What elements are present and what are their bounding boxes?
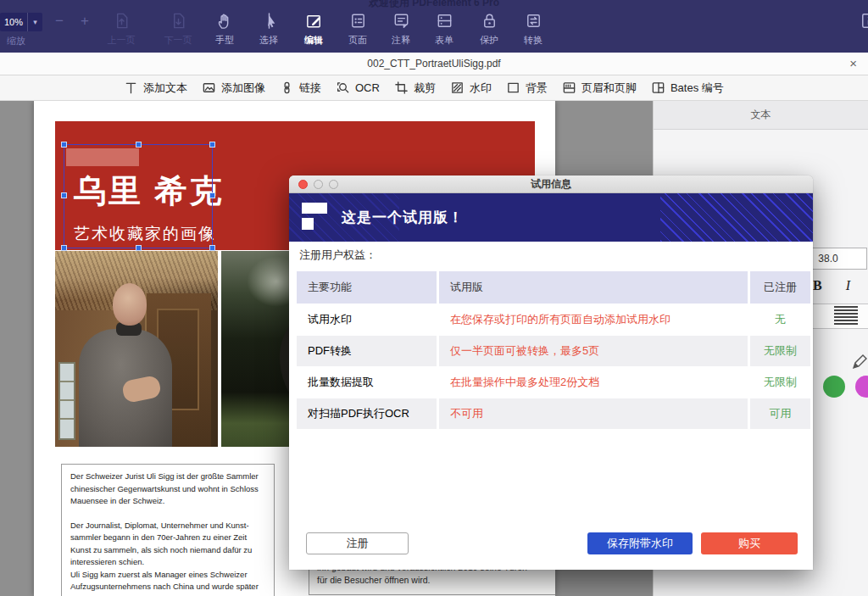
toolbar-item-label: 选择 bbox=[259, 34, 278, 47]
table-cell-registered: 无限制 bbox=[750, 367, 810, 398]
edit-toolbar: 添加文本 添加图像 链接 OCR 裁剪 水印 背景 页眉和页脚 bbox=[0, 75, 868, 101]
edit-toolbar-label: Bates 编号 bbox=[670, 81, 724, 96]
color-swatch-green[interactable] bbox=[823, 376, 845, 398]
protect-tool-button[interactable]: 保护 bbox=[465, 11, 513, 47]
bold-button[interactable]: B bbox=[813, 278, 822, 293]
selection-handle[interactable] bbox=[209, 245, 215, 251]
toolbar-item-label: 转换 bbox=[524, 34, 542, 47]
link-icon bbox=[280, 81, 294, 95]
body-text-block[interactable]: Der Schweizer Jurist Uli Sigg ist der gr… bbox=[61, 464, 275, 596]
add-text-button[interactable]: 添加文本 bbox=[124, 81, 187, 96]
link-button[interactable]: 链接 bbox=[280, 81, 321, 96]
table-cell-registered: 可用 bbox=[750, 398, 810, 429]
ocr-button[interactable]: OCR bbox=[336, 81, 380, 95]
page-tool-button[interactable]: 页面 bbox=[334, 11, 381, 47]
add-text-icon bbox=[124, 81, 138, 95]
info-icon bbox=[859, 11, 868, 31]
paragraph: Uli Sigg kam zuerst als Manager eines Sc… bbox=[70, 569, 265, 596]
selection-handle[interactable] bbox=[61, 192, 67, 198]
photo-uli-sigg[interactable] bbox=[55, 251, 218, 447]
edit-toolbar-label: 添加图像 bbox=[221, 81, 265, 96]
document-tab[interactable]: 002_CTT_PortraetUliSigg.pdf bbox=[367, 58, 500, 70]
selection-handle[interactable] bbox=[61, 142, 67, 148]
background-icon bbox=[506, 81, 520, 95]
table-cell-trial: 不可用 bbox=[439, 398, 748, 429]
zoom-value: 10% bbox=[0, 17, 27, 27]
close-window-button[interactable] bbox=[298, 180, 308, 189]
banner-stripes bbox=[660, 193, 813, 242]
toolbar-item-label: 表单 bbox=[435, 34, 453, 47]
minimize-window-button[interactable] bbox=[314, 180, 323, 189]
table-cell-trial: 仅一半页面可被转换，最多5页 bbox=[439, 336, 748, 366]
zoom-window-button[interactable] bbox=[329, 180, 338, 189]
close-tab-icon[interactable]: × bbox=[849, 56, 857, 71]
edit-tool-button[interactable]: 编辑 bbox=[290, 11, 337, 47]
zoom-dropdown[interactable]: 10% ▾ bbox=[0, 13, 42, 31]
selection-handle[interactable] bbox=[136, 245, 142, 251]
table-header: 已注册 bbox=[750, 271, 810, 304]
table-cell-registered: 无限制 bbox=[750, 336, 810, 366]
save-with-watermark-button[interactable]: 保存附带水印 bbox=[587, 532, 693, 554]
add-image-button[interactable]: 添加图像 bbox=[202, 81, 265, 96]
add-image-icon bbox=[202, 81, 216, 95]
zoom-in-button[interactable]: + bbox=[76, 13, 93, 30]
edit-icon bbox=[304, 11, 324, 31]
toolbar-item-label: 保护 bbox=[480, 34, 498, 47]
pencil-icon[interactable] bbox=[850, 353, 868, 371]
bates-number-button[interactable]: Bates 编号 bbox=[651, 81, 724, 96]
table-header: 主要功能 bbox=[297, 271, 437, 304]
panel-title: 文本 bbox=[654, 101, 868, 130]
selection-handle[interactable] bbox=[209, 192, 215, 198]
bates-icon bbox=[651, 81, 665, 95]
comment-tool-button[interactable]: 注释 bbox=[377, 11, 425, 47]
header-footer-button[interactable]: 页眉和页脚 bbox=[562, 81, 637, 96]
next-page-button[interactable]: 下一页 bbox=[154, 11, 202, 47]
table-cell-registered: 无 bbox=[750, 304, 810, 335]
watermark-button[interactable]: 水印 bbox=[450, 81, 492, 96]
window-title: 欢迎使用 PDFelement 6 Pro bbox=[0, 0, 868, 10]
app-window: 欢迎使用 PDFelement 6 Pro 10% ▾ 缩放 − + 上一页 下… bbox=[0, 0, 868, 596]
justify-icon bbox=[834, 306, 858, 326]
color-swatch-magenta[interactable] bbox=[855, 376, 868, 398]
italic-button[interactable]: I bbox=[846, 278, 850, 293]
selection-handle[interactable] bbox=[61, 245, 67, 251]
banner-title: 这是一个试用版！ bbox=[342, 208, 464, 227]
register-button[interactable]: 注册 bbox=[306, 532, 409, 554]
form-icon bbox=[435, 11, 454, 31]
info-button[interactable] bbox=[844, 11, 868, 31]
dialog-titlebar[interactable]: 试用信息 bbox=[289, 175, 813, 193]
table-cell-trial: 在批量操作中最多处理2份文档 bbox=[439, 367, 748, 398]
selection-handle[interactable] bbox=[136, 142, 142, 148]
buy-button[interactable]: 购买 bbox=[701, 532, 798, 554]
table-cell-feature: 批量数据提取 bbox=[297, 367, 437, 398]
edit-toolbar-label: 裁剪 bbox=[414, 81, 436, 96]
lock-icon bbox=[480, 11, 499, 31]
edit-toolbar-label: 添加文本 bbox=[143, 81, 187, 96]
main-toolbar: 欢迎使用 PDFelement 6 Pro 10% ▾ 缩放 − + 上一页 下… bbox=[0, 0, 868, 53]
toolbar-item-label: 页面 bbox=[348, 34, 367, 47]
form-tool-button[interactable]: 表单 bbox=[420, 11, 468, 47]
convert-tool-button[interactable]: 转换 bbox=[509, 11, 557, 47]
selection-bounding-box[interactable] bbox=[64, 144, 213, 248]
table-header: 试用版 bbox=[439, 271, 748, 304]
edit-toolbar-label: OCR bbox=[355, 81, 380, 94]
pdfelement-logo bbox=[302, 201, 327, 233]
page-down-icon bbox=[169, 11, 188, 31]
toolbar-item-label: 编辑 bbox=[304, 34, 323, 47]
ocr-icon bbox=[336, 81, 350, 95]
watermark-icon bbox=[450, 81, 465, 95]
zoom-out-button[interactable]: − bbox=[51, 13, 68, 30]
edit-toolbar-label: 水印 bbox=[470, 81, 492, 96]
selection-handle[interactable] bbox=[209, 142, 215, 148]
hand-icon bbox=[215, 11, 235, 31]
select-tool-button[interactable]: 选择 bbox=[245, 11, 292, 47]
document-tabbar: 002_CTT_PortraetUliSigg.pdf × bbox=[0, 53, 868, 75]
prev-page-button[interactable]: 上一页 bbox=[97, 11, 145, 47]
background-button[interactable]: 背景 bbox=[506, 81, 548, 96]
crop-button[interactable]: 裁剪 bbox=[394, 81, 436, 96]
select-cursor-icon bbox=[259, 11, 279, 31]
edit-toolbar-label: 背景 bbox=[526, 81, 548, 96]
hand-tool-button[interactable]: 手型 bbox=[201, 11, 248, 47]
comment-icon bbox=[392, 11, 411, 31]
table-cell-feature: 对扫描PDF执行OCR bbox=[297, 398, 437, 429]
